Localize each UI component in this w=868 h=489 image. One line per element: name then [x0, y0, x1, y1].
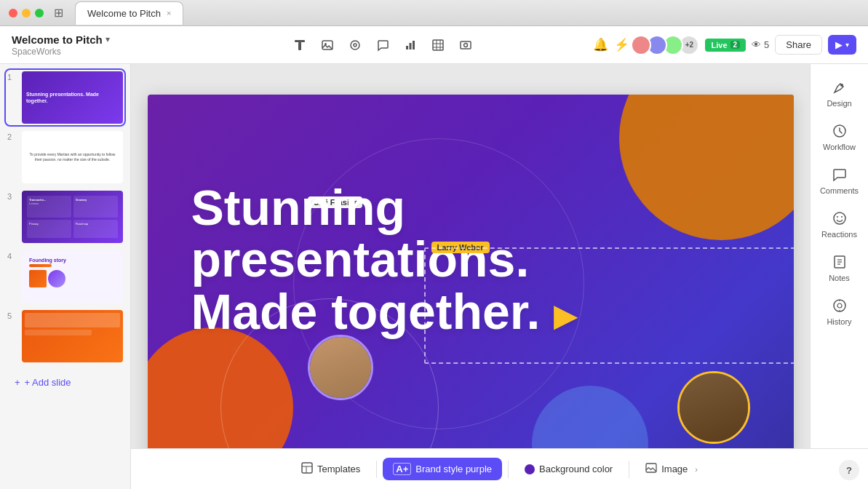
slide-item-1[interactable]: 1 Stunning presentations. Made together.	[6, 70, 124, 125]
close-dot[interactable]	[9, 9, 17, 17]
image-tool-icon[interactable]	[316, 33, 339, 57]
workspace-name: SpaceWorks	[12, 47, 110, 57]
svg-rect-0	[295, 40, 305, 42]
background-color-swatch	[525, 464, 535, 474]
brand-icon: A+	[393, 463, 411, 475]
bottom-toolbar: Templates A+ Brand style purple Backgrou…	[131, 448, 868, 489]
current-tab[interactable]: Welcome to Pitch ×	[75, 1, 183, 25]
toolbar-right: 🔔 ⚡ +2 Live 2 👁 5 Share ▶ ▾	[593, 35, 856, 55]
slide-panel: 1 Stunning presentations. Made together.…	[0, 64, 131, 489]
plus-icon: +	[15, 377, 20, 388]
toolbar-center	[172, 33, 593, 57]
templates-icon	[301, 462, 313, 476]
background-color-button[interactable]: Background color	[514, 458, 623, 480]
slide-number-2: 2	[7, 131, 17, 141]
play-icon: ▶	[835, 39, 843, 50]
svg-rect-14	[461, 41, 471, 49]
slide-number-5: 5	[7, 310, 17, 320]
slide-item-4[interactable]: 4 Founding story	[6, 249, 124, 304]
history-icon	[831, 297, 848, 314]
svg-point-15	[463, 43, 467, 47]
slide-thumbnail-3: Transactio...Loanss Granary Privacy Road…	[22, 191, 123, 243]
eye-icon: 👁	[752, 39, 761, 50]
tab-area: Welcome to Pitch ×	[75, 1, 859, 25]
slide-avatar-larry	[677, 371, 750, 444]
chart-tool-icon[interactable]	[399, 33, 422, 57]
bolt-icon[interactable]: ⚡	[614, 37, 629, 52]
workflow-label: Workflow	[823, 143, 856, 151]
window-grid-icon[interactable]: ⊞	[54, 6, 63, 20]
workflow-panel-button[interactable]: Workflow	[813, 116, 866, 157]
slide-thumbnail-4: Founding story	[22, 250, 123, 303]
help-button[interactable]: ?	[839, 460, 859, 480]
tab-close-button[interactable]: ×	[167, 9, 171, 17]
svg-point-16	[840, 84, 843, 87]
image-label: Image	[661, 464, 688, 474]
main-toolbar: Welcome to Pitch ▾ SpaceWorks 🔔 ⚡	[0, 26, 868, 64]
right-panel: Design Workflow Comments Reactions Notes	[810, 64, 868, 489]
play-chevron-icon: ▾	[845, 41, 849, 49]
comment-tool-icon[interactable]	[371, 33, 394, 57]
play-button[interactable]: ▶ ▾	[828, 35, 856, 55]
design-panel-button[interactable]: Design	[813, 73, 866, 114]
live-count: 2	[730, 41, 741, 49]
notes-label: Notes	[829, 274, 850, 282]
toolbar-left: Welcome to Pitch ▾ SpaceWorks	[12, 33, 172, 57]
maximize-dot[interactable]	[35, 9, 44, 17]
history-panel-button[interactable]: History	[813, 291, 866, 332]
slide-thumbnail-5	[22, 310, 123, 362]
svg-rect-1	[298, 42, 301, 50]
slide-number-3: 3	[7, 191, 17, 201]
svg-rect-31	[646, 464, 656, 472]
live-label: Live	[711, 41, 727, 49]
svg-point-5	[354, 44, 357, 47]
image-icon	[645, 462, 657, 476]
notes-panel-button[interactable]: Notes	[813, 247, 866, 288]
slide-thumbnail-1: Stunning presentations. Made together.	[22, 71, 123, 124]
slide-number-4: 4	[7, 250, 17, 261]
svg-rect-8	[413, 41, 415, 49]
add-slide-label: + Add slide	[25, 377, 71, 388]
text-tool-icon[interactable]	[288, 33, 311, 57]
slide-item-3[interactable]: 3 Transactio...Loanss Granary Privacy Ro…	[6, 189, 124, 244]
more-icon: ›	[695, 465, 698, 474]
shape-tool-icon[interactable]	[343, 33, 367, 57]
title-chevron-icon[interactable]: ▾	[105, 34, 110, 44]
image-button[interactable]: Image ›	[635, 457, 708, 481]
blue-circle	[532, 386, 648, 458]
svg-point-4	[351, 41, 359, 49]
divider-1	[376, 461, 377, 478]
canvas-area[interactable]: Cici Frasier Stunning presentations. Mad…	[131, 64, 810, 489]
templates-button[interactable]: Templates	[291, 457, 370, 481]
selection-box	[424, 247, 794, 364]
table-tool-icon[interactable]	[426, 33, 450, 57]
comments-icon	[831, 166, 848, 183]
share-button[interactable]: Share	[775, 35, 822, 55]
comments-panel-button[interactable]: Comments	[813, 160, 866, 201]
slide-item-2[interactable]: 2 To provide every Martian with an oppor…	[6, 130, 124, 185]
reactions-label: Reactions	[821, 230, 857, 239]
add-slide-button[interactable]: + + Add slide	[6, 371, 124, 394]
svg-point-19	[837, 216, 838, 218]
svg-rect-6	[406, 46, 408, 49]
comments-label: Comments	[820, 186, 859, 195]
slide-item-5[interactable]: 5	[6, 309, 124, 364]
templates-label: Templates	[317, 464, 360, 474]
document-title[interactable]: Welcome to Pitch	[12, 33, 103, 46]
reactions-panel-button[interactable]: Reactions	[813, 204, 866, 244]
minimize-dot[interactable]	[22, 9, 31, 17]
divider-3	[629, 461, 629, 478]
notes-icon	[831, 253, 848, 271]
history-label: History	[827, 317, 851, 326]
brand-style-button[interactable]: A+ Brand style purple	[383, 458, 502, 480]
svg-rect-9	[433, 40, 443, 50]
slide-canvas: Cici Frasier Stunning presentations. Mad…	[148, 95, 794, 458]
collaborator-avatars: +2	[635, 35, 699, 55]
workflow-icon	[831, 122, 848, 140]
notification-icon[interactable]: 🔔	[593, 37, 608, 52]
divider-2	[508, 461, 509, 478]
view-count: 👁 5	[752, 39, 769, 50]
background-label: Background color	[539, 464, 613, 474]
media-tool-icon[interactable]	[454, 33, 477, 57]
svg-point-24	[834, 300, 845, 311]
